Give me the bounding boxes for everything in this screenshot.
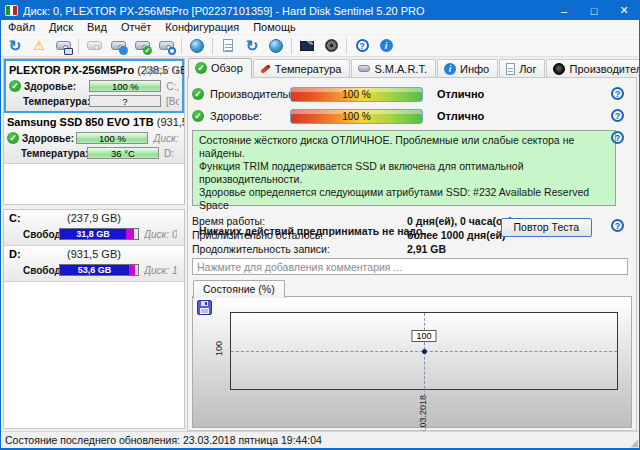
- disk-number: Диск: 1: [144, 265, 177, 276]
- disk-number: Диск: 0: [144, 229, 177, 240]
- tab-smart[interactable]: S.M.A.R.T.: [351, 59, 436, 78]
- disk-size: (931,5 GB): [157, 116, 185, 128]
- health-ok-icon: ✓: [7, 132, 19, 144]
- health-bar: 100 %: [89, 80, 161, 92]
- partition-letters: D:: [164, 148, 174, 159]
- window-title: Диск: 0, PLEXTOR PX-256M5Pro [P022371013…: [23, 5, 549, 17]
- minimize-button[interactable]: –: [549, 1, 579, 20]
- help-icon[interactable]: ?: [350, 36, 374, 56]
- status-line: Функция TRIM поддерживается SSD и включе…: [199, 160, 609, 186]
- info-icon[interactable]: i: [374, 36, 398, 56]
- network-icon[interactable]: [264, 36, 288, 56]
- main-panel: ✓Обзор Температура S.M.A.R.T. iИнфо Лог …: [186, 57, 639, 431]
- health-bar: 100 %: [76, 132, 148, 144]
- disk-ok-icon[interactable]: ✓: [130, 36, 154, 56]
- health-bar: 100 %: [290, 109, 423, 124]
- menu-bar: Файл Диск Вид Отчёт Конфигурация Помощь: [1, 20, 639, 35]
- help-icon[interactable]: ?: [611, 109, 624, 122]
- overview-content: ✓ Производительность: 100 % Отлично ? ✓ …: [187, 77, 637, 431]
- disk-number: Диск: 0: [145, 65, 178, 76]
- log-icon: [506, 63, 515, 75]
- stat-value: 2,91 GB: [407, 242, 446, 256]
- smart-icon: [358, 65, 370, 72]
- tab-log[interactable]: Лог: [499, 59, 545, 78]
- detect-disk-icon[interactable]: [82, 36, 106, 56]
- lifetime-stats: Время работы:0 дня(ей), 0 часа(ов) Прибл…: [192, 214, 512, 256]
- stat-value: более 1000 дня(ей): [407, 228, 505, 242]
- disk-item-plextor[interactable]: PLEXTOR PX-256M5Pro (238,5 GB) Диск: 0 ✓…: [4, 59, 184, 113]
- performance-bar: 100 %: [290, 87, 423, 102]
- disk-clock-icon[interactable]: [106, 36, 130, 56]
- partition-item-c[interactable]: C: (237,9 GB) Свободно 31,8 GB Диск: 0: [4, 210, 184, 246]
- disk-search-icon[interactable]: [154, 36, 178, 56]
- help-icon[interactable]: ?: [611, 87, 624, 100]
- partition-letters: [Восстанови: [166, 96, 179, 107]
- menu-disk[interactable]: Диск: [42, 21, 80, 33]
- partition-item-d[interactable]: D: (931,5 GB) Свободно 53,6 GB Диск: 1: [4, 246, 184, 282]
- chart-tab-status[interactable]: Состояние (%): [193, 280, 285, 298]
- free-space-value: 31,8 GB: [60, 229, 126, 239]
- health-ok-icon: ✓: [9, 80, 21, 92]
- report-icon[interactable]: [216, 36, 240, 56]
- menu-file[interactable]: Файл: [1, 21, 42, 33]
- free-space-bar: 31,8 GB: [59, 228, 139, 240]
- tab-temperature[interactable]: Температура: [253, 59, 351, 78]
- stat-label: Время работы:: [192, 214, 407, 228]
- partition-size: (931,5 GB): [7, 248, 181, 260]
- disk-title: Samsung SSD 850 EVO 1TB: [7, 116, 154, 128]
- sidebar: PLEXTOR PX-256M5Pro (238,5 GB) Диск: 0 ✓…: [1, 57, 186, 431]
- menu-report[interactable]: Отчёт: [114, 21, 158, 33]
- status-text-box: Состояние жёсткого диска ОТЛИЧНОЕ. Пробл…: [192, 130, 616, 206]
- toolbar-separator: [181, 38, 182, 54]
- status-line: Здоровье определяется следующими атрибут…: [199, 186, 609, 212]
- toolbar-separator: [291, 38, 292, 54]
- last-update-status: Состояние последнего обновления: 23.03.2…: [5, 434, 322, 446]
- performance-icon: [553, 63, 565, 75]
- performance-ok-icon: ✓: [192, 88, 204, 100]
- menu-help[interactable]: Помощь: [246, 21, 303, 33]
- app-window: Диск: 0, PLEXTOR PX-256M5Pro [P022371013…: [0, 0, 640, 450]
- tab-performance[interactable]: Производительность: [546, 59, 640, 78]
- status-chart: 100 100 23.03.2018: [192, 296, 632, 428]
- partition-letters: C:,: [166, 81, 179, 92]
- thermometer-icon: [260, 63, 271, 73]
- tab-overview[interactable]: ✓Обзор: [188, 58, 252, 78]
- resize-grip[interactable]: ◢: [630, 437, 638, 448]
- disk-alert-icon[interactable]: ⚠: [27, 36, 51, 56]
- tab-bar: ✓Обзор Температура S.M.A.R.T. iИнфо Лог …: [187, 58, 637, 78]
- toolbar-separator: [212, 38, 213, 54]
- help-icon[interactable]: ?: [611, 131, 624, 144]
- partition-list: C: (237,9 GB) Свободно 31,8 GB Диск: 0: [3, 209, 185, 429]
- save-chart-icon[interactable]: [197, 300, 212, 315]
- close-button[interactable]: ✕: [609, 1, 639, 20]
- refresh-icon[interactable]: ↻: [3, 36, 27, 56]
- disk-number: Диск: 1: [153, 133, 181, 144]
- chart-plot-area: 100: [230, 312, 618, 390]
- disk-monitor-icon[interactable]: [51, 36, 75, 56]
- menu-configuration[interactable]: Конфигурация: [158, 21, 246, 33]
- performance-status: Отлично: [437, 88, 484, 100]
- check-icon: ✓: [195, 62, 207, 74]
- health-ok-icon: ✓: [192, 110, 204, 122]
- speaker-icon[interactable]: [319, 36, 343, 56]
- globe-disk-icon[interactable]: [185, 36, 209, 56]
- retest-button[interactable]: Повтор Теста: [501, 218, 592, 237]
- disk-item-samsung[interactable]: Samsung SSD 850 EVO 1TB (931,5 GB) ✓ Здо…: [4, 113, 184, 164]
- help-icon[interactable]: ?: [611, 219, 624, 232]
- health-label: Здоровье:: [21, 133, 76, 144]
- edit-monitor-icon[interactable]: [295, 36, 319, 56]
- stat-label: Продолжительность записи:: [192, 242, 407, 256]
- free-space-value: 53,6 GB: [60, 265, 129, 275]
- health-status: Отлично: [437, 110, 484, 122]
- partition-size: (237,9 GB): [7, 212, 181, 224]
- stat-value: 0 дня(ей), 0 часа(ов): [407, 214, 512, 228]
- menu-view[interactable]: Вид: [80, 21, 114, 33]
- maximize-button[interactable]: □: [579, 1, 609, 20]
- health-label: Здоровье:: [23, 81, 89, 92]
- tab-info[interactable]: iИнфо: [437, 59, 498, 78]
- free-space-bar: 53,6 GB: [59, 264, 139, 276]
- toolbar-separator: [78, 38, 79, 54]
- sync-icon[interactable]: ↻: [240, 36, 264, 56]
- comment-input[interactable]: [192, 258, 628, 275]
- status-line: Состояние жёсткого диска ОТЛИЧНОЕ. Пробл…: [199, 134, 609, 160]
